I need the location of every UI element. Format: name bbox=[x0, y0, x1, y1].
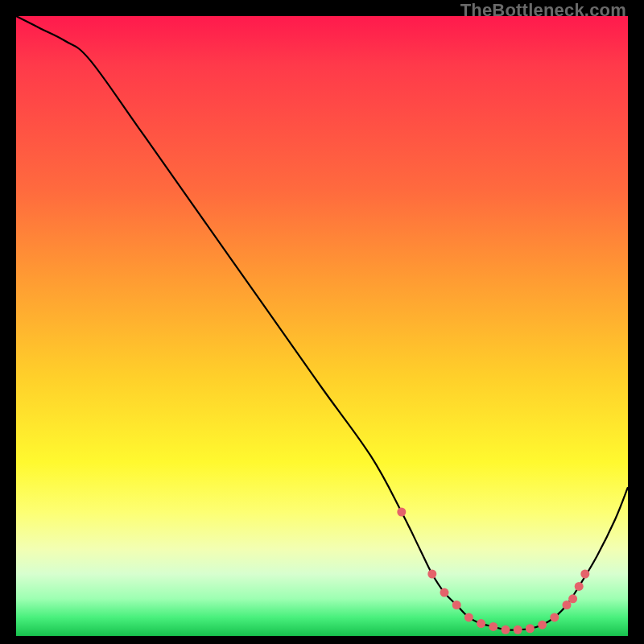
highlight-point bbox=[427, 570, 436, 579]
highlight-points bbox=[397, 508, 589, 634]
highlight-point bbox=[580, 570, 589, 579]
highlight-point bbox=[526, 624, 535, 633]
highlight-point bbox=[440, 588, 449, 597]
highlight-point bbox=[397, 508, 406, 517]
highlight-point bbox=[538, 621, 547, 630]
highlight-point bbox=[568, 594, 577, 603]
highlight-point bbox=[477, 619, 485, 628]
highlight-point bbox=[464, 613, 473, 621]
highlight-point bbox=[514, 625, 522, 634]
chart-frame: TheBottleneck.com bbox=[0, 0, 644, 644]
chart-plot-area bbox=[16, 16, 628, 636]
highlight-point bbox=[489, 622, 497, 631]
highlight-point bbox=[550, 613, 559, 621]
highlight-point bbox=[502, 625, 510, 634]
watermark-text: TheBottleneck.com bbox=[460, 0, 626, 21]
bottleneck-curve bbox=[16, 16, 628, 630]
highlight-point bbox=[575, 582, 584, 591]
highlight-point bbox=[452, 601, 461, 609]
chart-svg bbox=[16, 16, 628, 636]
